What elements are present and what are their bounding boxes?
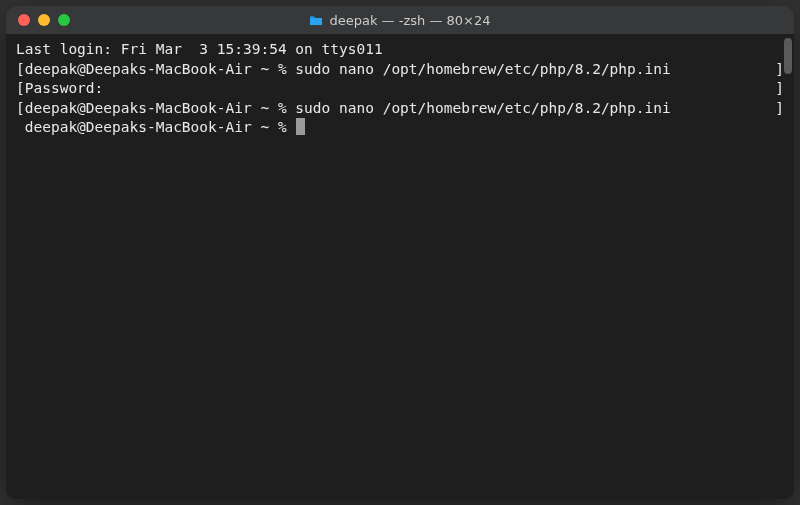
title-center: deepak — -zsh — 80×24 [6, 13, 794, 28]
terminal-text: [Password: [16, 79, 103, 99]
folder-icon [309, 15, 323, 26]
scrollbar-thumb[interactable] [784, 38, 792, 74]
minimize-icon[interactable] [38, 14, 50, 26]
terminal-line: [Password: ] [16, 79, 784, 99]
close-icon[interactable] [18, 14, 30, 26]
terminal-line: [deepak@Deepaks-MacBook-Air ~ % sudo nan… [16, 99, 784, 119]
terminal-window: deepak — -zsh — 80×24 Last login: Fri Ma… [6, 6, 794, 499]
window-title: deepak — -zsh — 80×24 [329, 13, 490, 28]
titlebar[interactable]: deepak — -zsh — 80×24 [6, 6, 794, 34]
terminal-text: [deepak@Deepaks-MacBook-Air ~ % sudo nan… [16, 60, 671, 80]
prompt-text: deepak@Deepaks-MacBook-Air ~ % [16, 119, 295, 135]
traffic-lights [18, 14, 70, 26]
terminal-text: [deepak@Deepaks-MacBook-Air ~ % sudo nan… [16, 99, 671, 119]
terminal-text: Last login: Fri Mar 3 15:39:54 on ttys01… [16, 40, 383, 60]
cursor-icon [296, 118, 305, 135]
terminal-body[interactable]: Last login: Fri Mar 3 15:39:54 on ttys01… [6, 34, 794, 499]
terminal-line: Last login: Fri Mar 3 15:39:54 on ttys01… [16, 40, 784, 60]
terminal-line: deepak@Deepaks-MacBook-Air ~ % [16, 118, 784, 138]
terminal-prompt: deepak@Deepaks-MacBook-Air ~ % [16, 118, 305, 138]
maximize-icon[interactable] [58, 14, 70, 26]
terminal-line: [deepak@Deepaks-MacBook-Air ~ % sudo nan… [16, 60, 784, 80]
scrollbar[interactable] [782, 34, 792, 497]
